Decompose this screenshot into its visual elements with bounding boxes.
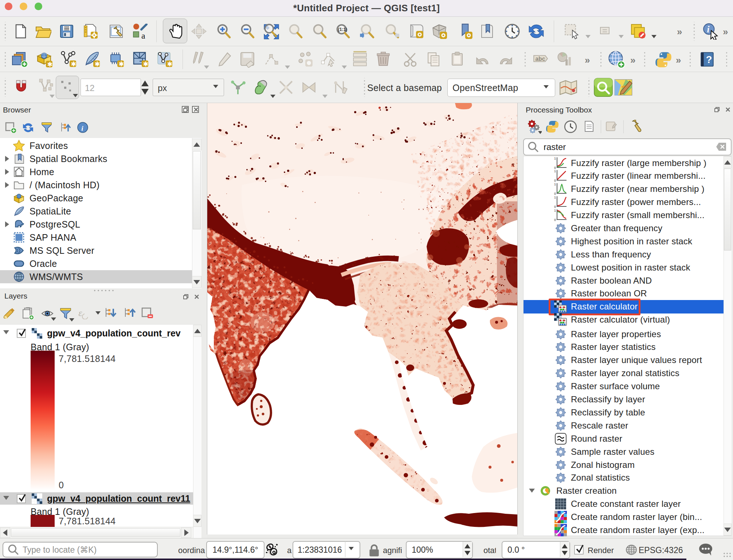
svg-text:✱: ✱ <box>71 60 77 68</box>
svg-text:1: 1 <box>554 169 556 173</box>
svg-text:✱: ✱ <box>47 61 53 68</box>
svg-text:a: a <box>141 31 145 39</box>
svg-text:0: 0 <box>554 218 556 222</box>
svg-text:1: 1 <box>554 157 556 160</box>
svg-text:✱: ✱ <box>143 60 149 68</box>
svg-text:✱: ✱ <box>167 60 173 68</box>
svg-text:abc: abc <box>535 56 545 62</box>
svg-text:i: i <box>707 24 710 34</box>
svg-text:1: 1 <box>554 196 556 199</box>
svg-text:1: 1 <box>554 182 556 186</box>
svg-text:0: 0 <box>554 192 556 196</box>
svg-text:(1:1): (1:1) <box>338 27 348 32</box>
svg-text:ε: ε <box>78 308 82 318</box>
svg-text:0: 0 <box>554 179 556 182</box>
svg-text:1: 1 <box>554 209 556 212</box>
svg-text:✱: ✱ <box>119 60 124 68</box>
svg-text:✱: ✱ <box>95 60 100 68</box>
svg-text:0: 0 <box>554 205 556 209</box>
svg-text:i: i <box>81 125 83 132</box>
svg-text:?: ? <box>706 54 712 65</box>
